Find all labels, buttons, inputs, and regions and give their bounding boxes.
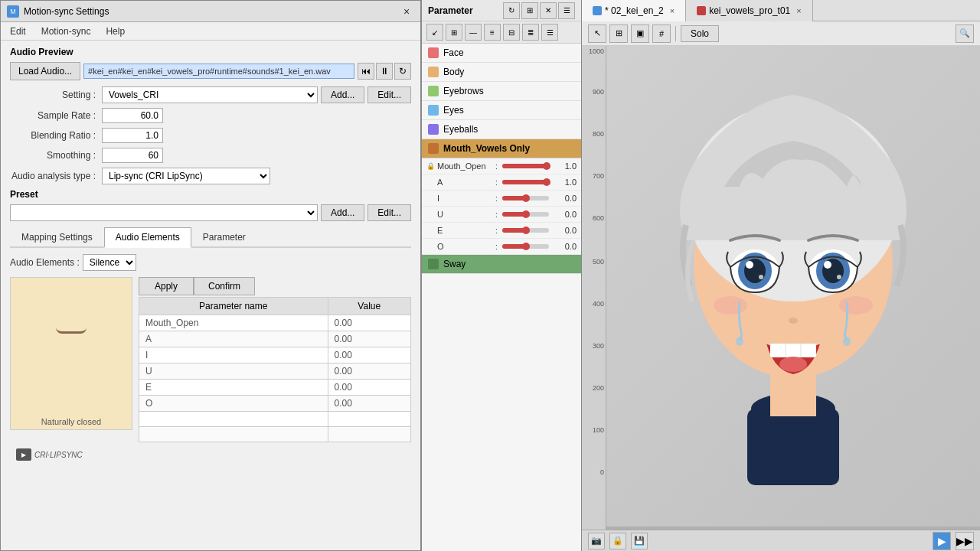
y-ruler: 1000 900 800 700 600 500 400 300 200 100…: [582, 46, 606, 551]
tab-mapping-settings[interactable]: Mapping Settings: [10, 227, 104, 246]
char-tool-hash[interactable]: #: [652, 24, 671, 43]
param-mouth-open-lock: 🔒: [426, 162, 434, 170]
ruler-600: 600: [593, 214, 604, 222]
char-tab-group: * 02_kei_en_2 × kei_vowels_pro_t01 ×: [582, 0, 813, 21]
category-mouth-vowels[interactable]: Mouth_Vowels Only: [422, 139, 581, 158]
play-button[interactable]: ▶: [933, 532, 951, 550]
audio-analysis-select[interactable]: Lip-sync (CRI LipSync): [102, 168, 270, 184]
char-tool-search[interactable]: 🔍: [956, 24, 974, 43]
solo-button[interactable]: Solo: [681, 25, 719, 42]
svg-point-18: [714, 296, 747, 315]
char-tool-arrow[interactable]: ↖: [588, 24, 606, 43]
param-table: Parameter name Value Mouth_Open0.00A0.00…: [139, 297, 411, 442]
param-u-slider[interactable]: [502, 212, 549, 217]
param-name-cell: O: [139, 396, 328, 412]
tab-parameter[interactable]: Parameter: [191, 227, 257, 246]
blending-ratio-input[interactable]: [102, 128, 163, 143]
param-panel-title: Parameter: [428, 5, 473, 16]
char-tool-grid[interactable]: ⊞: [609, 24, 628, 43]
menu-motion-sync[interactable]: Motion-sync: [38, 24, 94, 38]
param-tool-3[interactable]: ✕: [540, 2, 557, 19]
category-sway-icon: [428, 259, 439, 269]
param-e-slider[interactable]: [502, 228, 549, 233]
cri-logo: ▶ CRI·LIPSYNC: [10, 445, 411, 464]
param-o-slider[interactable]: [502, 244, 549, 249]
category-eyeballs[interactable]: Eyeballs: [422, 120, 581, 139]
param-a-value: 1.0: [552, 178, 577, 187]
param-i-slider[interactable]: [502, 196, 549, 201]
param-mouth-open: 🔒 Mouth_Open : 1.0: [422, 158, 581, 174]
param-o-value: 0.0: [552, 242, 577, 251]
param-tool-2[interactable]: ⊞: [521, 2, 538, 19]
param-name-cell: Mouth_Open: [139, 315, 328, 331]
transport-rewind[interactable]: ⏮: [358, 63, 374, 80]
param-toolbar-btn-1[interactable]: ↙: [426, 24, 443, 41]
preset-edit-button[interactable]: Edit...: [368, 204, 411, 221]
param-value-cell: 0.00: [328, 347, 410, 364]
char-image-area: [606, 46, 980, 527]
char-tab-1-icon: [593, 6, 602, 15]
param-i-name: I: [437, 194, 491, 203]
menu-edit[interactable]: Edit: [7, 24, 29, 38]
preset-select[interactable]: [10, 204, 318, 221]
svg-point-17: [779, 357, 807, 372]
param-toolbar-btn-3[interactable]: —: [465, 24, 482, 41]
char-tool-select[interactable]: ▣: [631, 24, 649, 43]
lock-button[interactable]: 🔒: [609, 533, 626, 549]
title-bar: M Motion-sync Settings ×: [1, 1, 420, 22]
audio-path-input[interactable]: [83, 64, 354, 79]
motion-sync-panel: M Motion-sync Settings × Edit Motion-syn…: [0, 0, 421, 551]
play-next-button[interactable]: ▶▶: [956, 532, 974, 550]
char-tab-2[interactable]: kei_vowels_pro_t01 ×: [686, 0, 813, 21]
param-mouth-open-fill: [502, 164, 547, 168]
tab-audio-elements[interactable]: Audio Elements: [104, 227, 191, 248]
param-toolbar-btn-4[interactable]: ≡: [484, 24, 501, 41]
category-eyebrows[interactable]: Eyebrows: [422, 82, 581, 101]
param-toolbar-btn-menu[interactable]: ☰: [541, 24, 558, 41]
sample-rate-input[interactable]: [102, 108, 163, 123]
audio-analysis-label: Audio analysis type :: [10, 171, 102, 181]
param-toolbar-btn-5[interactable]: ⊟: [503, 24, 520, 41]
save-button[interactable]: 💾: [631, 533, 648, 549]
category-eyes[interactable]: Eyes: [422, 101, 581, 120]
table-row: [139, 412, 411, 427]
transport-pause[interactable]: ⏸: [376, 63, 393, 80]
setting-select[interactable]: Vowels_CRI: [102, 86, 318, 103]
load-audio-button[interactable]: Load Audio...: [10, 62, 80, 80]
preset-add-button[interactable]: Add...: [321, 204, 364, 221]
category-sway[interactable]: Sway: [422, 255, 581, 274]
setting-edit-button[interactable]: Edit...: [368, 86, 411, 103]
char-tab-2-close[interactable]: ×: [796, 6, 801, 15]
menu-help[interactable]: Help: [103, 24, 128, 38]
category-eyebrows-icon: [428, 86, 439, 96]
category-eyes-icon: [428, 105, 439, 116]
category-face[interactable]: Face: [422, 44, 581, 63]
param-a-slider[interactable]: [502, 180, 549, 184]
param-toolbar-btn-2[interactable]: ⊞: [446, 24, 462, 41]
param-tool-menu[interactable]: ☰: [558, 2, 575, 19]
confirm-button[interactable]: Confirm: [194, 277, 255, 295]
param-i: I : 0.0: [422, 191, 581, 207]
apply-button[interactable]: Apply: [139, 277, 194, 295]
category-face-label: Face: [443, 47, 464, 58]
param-mouth-open-slider[interactable]: [502, 164, 549, 168]
audio-preview-section: Audio Preview Load Audio... ⏮ ⏸ ↻: [10, 47, 411, 80]
param-u-handle: [522, 210, 530, 218]
smoothing-input[interactable]: [102, 148, 163, 163]
menu-bar: Edit Motion-sync Help: [1, 22, 420, 41]
table-row: E0.00: [139, 380, 411, 396]
table-row: [139, 427, 411, 442]
param-toolbar-btn-6[interactable]: ≣: [522, 24, 539, 41]
char-tab-1-close[interactable]: ×: [670, 6, 675, 15]
transport-repeat[interactable]: ↻: [394, 63, 411, 80]
char-tab-1[interactable]: * 02_kei_en_2 ×: [582, 0, 686, 21]
param-panel-toolbar: ↙ ⊞ — ≡ ⊟ ≣ ☰: [422, 21, 581, 44]
category-body[interactable]: Body: [422, 63, 581, 82]
ruler-700: 700: [593, 172, 604, 180]
screenshot-button[interactable]: 📷: [588, 533, 605, 549]
svg-point-21: [843, 337, 851, 346]
close-button[interactable]: ×: [399, 4, 414, 19]
param-tool-1[interactable]: ↻: [503, 2, 520, 19]
setting-add-button[interactable]: Add...: [321, 86, 364, 103]
audio-elements-select[interactable]: Silence A I U E O: [83, 254, 136, 271]
